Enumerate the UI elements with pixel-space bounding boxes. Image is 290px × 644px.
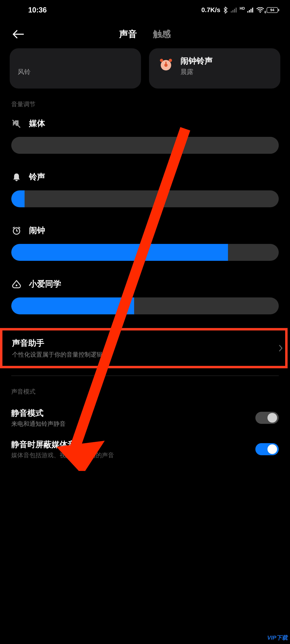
sound-assistant-sub: 个性化设置属于你的音量控制逻辑: [12, 351, 103, 359]
alarm-card-sub: 晨露: [180, 68, 213, 76]
bell-icon: [11, 172, 22, 182]
xiaoai-icon: [11, 279, 22, 289]
ringtone-volume-fill: [11, 190, 25, 207]
svg-rect-0: [231, 11, 232, 12]
alarm-card-title: 闹钟铃声: [180, 56, 213, 66]
mute-media-sub: 媒体音包括游戏、视频等应用内的声音: [11, 452, 114, 459]
xiaoai-volume-slider[interactable]: [11, 298, 279, 314]
header-tabs: 声音 触感: [28, 28, 262, 40]
volume-section-header: 音量调节: [0, 88, 290, 112]
svg-line-17: [19, 227, 20, 228]
ringtone-volume-slider[interactable]: [11, 190, 279, 207]
tab-sound[interactable]: 声音: [119, 28, 137, 40]
svg-rect-1: [232, 10, 233, 12]
battery-icon: 94: [267, 7, 278, 13]
media-volume-row: 媒体: [0, 112, 290, 155]
bluetooth-icon: [223, 6, 228, 14]
svg-point-12: [160, 59, 163, 62]
sound-cards-row: 风铃 闹钟铃声 晨露: [0, 48, 290, 88]
svg-rect-7: [252, 8, 253, 12]
xiaoai-volume-label: 小爱同学: [29, 278, 61, 290]
tab-haptics[interactable]: 触感: [153, 28, 171, 40]
network-speed: 0.7K/s: [201, 6, 220, 14]
notification-card-sub: 风铃: [18, 68, 31, 76]
media-volume-slider[interactable]: [11, 137, 279, 154]
sound-assistant-title: 声音助手: [12, 338, 103, 348]
watermark-brand: VIP下载: [267, 634, 287, 641]
ringtone-volume-row: 铃声: [0, 166, 290, 209]
alarm-sound-card[interactable]: 闹钟铃声 晨露: [149, 48, 280, 88]
status-right: 0.7K/s HD 6 94: [201, 6, 278, 14]
alarm-volume-fill: [11, 244, 228, 261]
alarm-volume-label: 闹钟: [29, 225, 45, 236]
status-time: 10:36: [12, 6, 47, 14]
chevron-right-icon: [279, 344, 283, 352]
mute-media-title: 静音时屏蔽媒体音: [11, 439, 114, 450]
svg-rect-11: [165, 62, 167, 65]
svg-point-18: [16, 284, 18, 286]
hd-label: HD: [240, 6, 245, 10]
media-volume-fill: [11, 137, 279, 154]
sound-assistant-row[interactable]: 声音助手 个性化设置属于你的音量控制逻辑: [0, 328, 287, 368]
svg-point-13: [169, 59, 172, 62]
status-bar: 10:36 0.7K/s HD 6 94: [0, 0, 290, 20]
notification-card-title: [18, 58, 31, 66]
svg-rect-2: [234, 9, 235, 12]
silent-mode-sub: 来电和通知铃声静音: [11, 420, 66, 428]
wifi-icon: 6: [256, 7, 264, 13]
svg-rect-5: [249, 10, 250, 12]
watermark: VIP下载: [267, 634, 287, 642]
alarm-volume-row: 闹钟: [0, 219, 290, 262]
media-volume-label: 媒体: [29, 118, 45, 129]
silent-mode-toggle[interactable]: [255, 412, 279, 424]
svg-rect-6: [250, 9, 251, 12]
mute-media-row: 静音时屏蔽媒体音 媒体音包括游戏、视频等应用内的声音: [0, 428, 290, 459]
media-mute-icon: [11, 118, 22, 128]
silent-mode-row: 静音模式 来电和通知铃声静音: [0, 400, 290, 428]
page-header: 声音 触感: [0, 20, 290, 48]
svg-rect-4: [247, 11, 248, 12]
notification-sound-card[interactable]: 风铃: [10, 48, 141, 88]
back-button[interactable]: [12, 30, 28, 39]
svg-rect-3: [236, 8, 237, 12]
silent-mode-title: 静音模式: [11, 408, 66, 418]
alarm-clock-icon: [157, 56, 175, 73]
alarm-volume-slider[interactable]: [11, 244, 279, 261]
xiaoai-volume-row: 小爱同学: [0, 273, 290, 316]
ringtone-volume-label: 铃声: [29, 172, 45, 182]
alarm-icon: [11, 225, 22, 236]
signal-2-icon: [247, 8, 254, 12]
signal-1-icon: [231, 8, 237, 12]
svg-line-16: [13, 227, 15, 228]
svg-point-8: [259, 12, 260, 13]
xiaoai-volume-fill: [11, 298, 134, 314]
mute-media-toggle[interactable]: [255, 443, 279, 455]
sound-mode-header: 声音模式: [0, 376, 290, 400]
